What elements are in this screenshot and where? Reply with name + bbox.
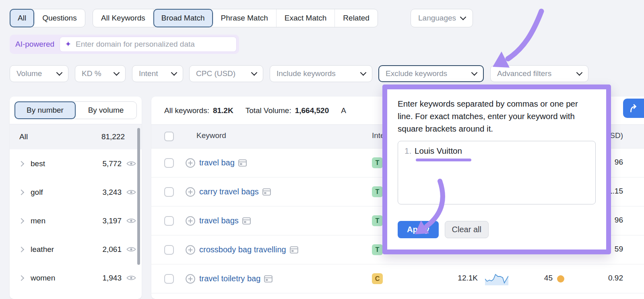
serp-preview-icon[interactable] xyxy=(262,188,271,196)
stats-partial-text: A xyxy=(341,106,346,115)
chevron-right-icon xyxy=(19,161,24,166)
popup-instructions: Enter keywords separated by commas or on… xyxy=(398,98,587,135)
exclude-keywords-dropdown[interactable]: Exclude keywords xyxy=(378,65,484,82)
keyword-link[interactable]: carry travel bags xyxy=(199,187,259,196)
serp-preview-icon[interactable] xyxy=(242,217,251,225)
tab-phrase-match[interactable]: Phrase Match xyxy=(213,9,277,27)
serp-preview-icon[interactable] xyxy=(290,246,298,254)
serp-preview-icon[interactable] xyxy=(264,275,272,283)
question-filter-tab-group: All Questions xyxy=(10,9,85,27)
cpc-value: 59 xyxy=(615,245,623,254)
select-all-checkbox[interactable] xyxy=(164,132,174,141)
keyword-magic-tool-screen: All Questions All Keywords Broad Match P… xyxy=(0,0,644,299)
keyword-link[interactable]: travel bags xyxy=(199,216,239,225)
add-keyword-icon[interactable] xyxy=(185,158,196,168)
volume-filter-label: Volume xyxy=(17,69,42,78)
keyword-link[interactable]: travel bag xyxy=(199,158,235,167)
sidebar-item-golf[interactable]: golf 3,243 xyxy=(10,178,142,206)
group-label: men xyxy=(31,217,102,225)
tab-all-keywords[interactable]: All Keywords xyxy=(93,9,154,27)
trend-sparkline xyxy=(485,272,508,285)
domain-input[interactable] xyxy=(75,39,231,49)
cpc-value: 96 xyxy=(615,158,623,167)
total-volume-label: Total Volume: xyxy=(246,106,291,115)
keyword-link[interactable]: travel toiletry bag xyxy=(199,274,260,283)
clear-all-button[interactable]: Clear all xyxy=(445,221,489,238)
include-keywords-dropdown[interactable]: Include keywords xyxy=(270,65,372,82)
tab-questions[interactable]: Questions xyxy=(34,9,85,27)
sidebar-item-all[interactable]: All 81,222 xyxy=(10,124,142,149)
add-keyword-icon[interactable] xyxy=(185,216,196,226)
group-label: best xyxy=(31,159,102,168)
chevron-down-icon xyxy=(576,69,583,76)
export-button[interactable] xyxy=(623,99,644,118)
column-header-keyword[interactable]: Keyword xyxy=(196,131,226,140)
tab-broad-match[interactable]: Broad Match xyxy=(153,9,213,27)
serp-preview-icon[interactable] xyxy=(238,159,247,167)
cpc-filter-dropdown[interactable]: CPC (USD) xyxy=(189,65,263,82)
eye-icon[interactable] xyxy=(126,217,136,224)
add-keyword-icon[interactable] xyxy=(185,274,196,284)
sidebar-item-women[interactable]: women 1,943 xyxy=(10,264,142,292)
cpc-value: 96 xyxy=(615,216,623,225)
sidebar-item-leather[interactable]: leather 2,061 xyxy=(10,235,142,264)
chevron-down-icon xyxy=(56,69,63,76)
kd-level-dot xyxy=(557,275,564,283)
eye-icon[interactable] xyxy=(126,274,136,281)
intent-badge: T xyxy=(372,244,383,255)
intent-filter-label: Intent xyxy=(139,69,158,78)
chevron-right-icon xyxy=(19,189,24,195)
tab-exact-match[interactable]: Exact Match xyxy=(277,9,335,27)
kd-filter-dropdown[interactable]: KD % xyxy=(75,65,126,82)
languages-label: Languages xyxy=(418,14,456,23)
cpc-value: 0.92 xyxy=(608,274,623,283)
volume-filter-dropdown[interactable]: Volume xyxy=(10,65,68,82)
ai-powered-badge: AI-powered xyxy=(15,40,54,49)
sidebar-scrollbar-thumb[interactable] xyxy=(137,128,140,265)
exclude-keywords-label: Exclude keywords xyxy=(386,69,447,78)
advanced-filters-dropdown[interactable]: Advanced filters xyxy=(490,65,588,82)
add-keyword-icon[interactable] xyxy=(185,245,196,255)
tab-related[interactable]: Related xyxy=(335,9,378,27)
intent-badge: T xyxy=(372,186,383,197)
row-checkbox[interactable] xyxy=(164,245,174,255)
group-label: leather xyxy=(31,245,102,254)
chevron-right-icon xyxy=(19,218,24,223)
row-checkbox[interactable] xyxy=(164,274,174,284)
match-type-tab-group: All Keywords Broad Match Phrase Match Ex… xyxy=(93,9,378,27)
sidebar-sort-toggle: By number By volume xyxy=(14,101,137,119)
row-checkbox[interactable] xyxy=(164,216,174,226)
eye-icon[interactable] xyxy=(126,246,136,253)
sort-by-number-button[interactable]: By number xyxy=(14,101,76,119)
chevron-down-icon xyxy=(114,69,120,76)
eye-icon[interactable] xyxy=(126,189,136,196)
chevron-down-icon xyxy=(171,69,178,76)
all-keywords-label: All keywords: xyxy=(164,106,209,115)
eye-icon[interactable] xyxy=(126,160,136,167)
sparkle-icon: ✦ xyxy=(65,40,71,48)
keyword-groups-sidebar: By number By volume All 81,222 best 5,77… xyxy=(10,97,142,299)
add-keyword-icon[interactable] xyxy=(185,187,196,197)
tab-all[interactable]: All xyxy=(10,9,35,27)
keyword-link[interactable]: crossbody bag travelling xyxy=(199,245,286,254)
sort-by-volume-button[interactable]: By volume xyxy=(75,102,136,119)
sidebar-item-best[interactable]: best 5,772 xyxy=(10,149,142,178)
include-keywords-label: Include keywords xyxy=(277,69,336,78)
domain-input-wrap[interactable]: ✦ xyxy=(60,37,237,52)
sidebar-item-men[interactable]: men 3,197 xyxy=(10,206,142,235)
all-keywords-value: 81.2K xyxy=(213,106,233,115)
group-count: 2,061 xyxy=(102,245,122,254)
intent-badge: T xyxy=(372,157,383,168)
exclude-keywords-textarea[interactable]: 1. Louis Vuitton xyxy=(398,141,596,204)
languages-dropdown[interactable]: Languages xyxy=(411,9,473,27)
ai-powered-bar: AI-powered ✦ xyxy=(10,35,239,54)
intent-filter-dropdown[interactable]: Intent xyxy=(132,65,183,82)
exclude-keywords-popup: Enter keywords separated by commas or on… xyxy=(382,85,611,254)
row-checkbox[interactable] xyxy=(164,158,174,168)
total-volume-value: 1,664,520 xyxy=(295,106,329,115)
group-count: 3,243 xyxy=(102,188,122,197)
share-arrow-icon xyxy=(629,103,639,113)
apply-button[interactable]: Apply xyxy=(398,221,439,238)
advanced-filters-label: Advanced filters xyxy=(497,69,551,78)
row-checkbox[interactable] xyxy=(164,187,174,197)
